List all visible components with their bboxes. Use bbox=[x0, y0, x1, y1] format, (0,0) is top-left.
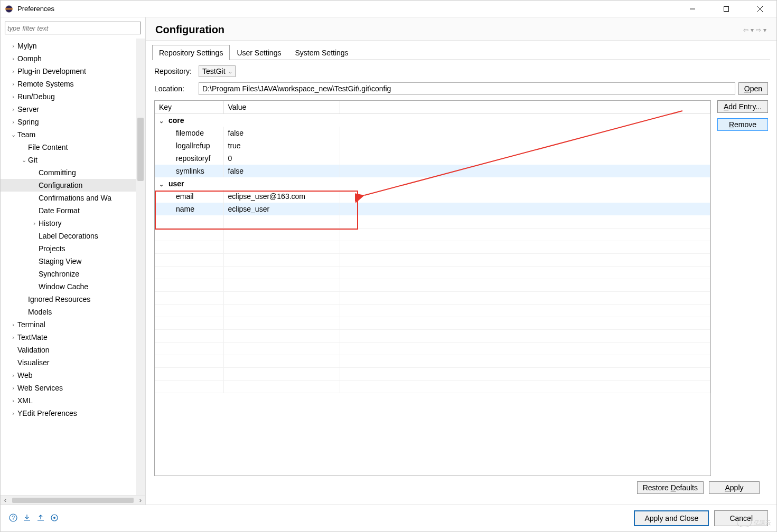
cell-spacer bbox=[340, 203, 710, 215]
svg-point-10 bbox=[53, 517, 55, 519]
tree-item-label: Label Decorations bbox=[39, 232, 98, 240]
oomph-icon[interactable] bbox=[50, 514, 59, 524]
table-group-core[interactable]: ⌄ core bbox=[155, 114, 710, 127]
tree-item-yedit-preferences[interactable]: ›YEdit Preferences bbox=[1, 407, 145, 420]
tree-item-oomph[interactable]: ›Oomph bbox=[1, 52, 145, 65]
tree-item-xml[interactable]: ›XML bbox=[1, 394, 145, 407]
import-icon[interactable] bbox=[23, 514, 31, 524]
chevron-right-icon: › bbox=[9, 321, 17, 328]
cloud-icon bbox=[737, 518, 752, 527]
table-header-row: Key Value bbox=[155, 101, 710, 114]
tree-item-label: Spring bbox=[17, 118, 39, 126]
tab-system-settings[interactable]: System Settings bbox=[288, 45, 355, 60]
tree-item-terminal[interactable]: ›Terminal bbox=[1, 318, 145, 331]
tab-repository-settings[interactable]: Repository Settings bbox=[152, 45, 230, 60]
tree-item-visualiser[interactable]: ›Visualiser bbox=[1, 356, 145, 369]
tree-item-label-decorations[interactable]: ›Label Decorations bbox=[1, 230, 145, 242]
watermark: 亿速云 bbox=[737, 518, 771, 527]
export-icon[interactable] bbox=[36, 514, 45, 524]
tree-item-staging-view[interactable]: ›Staging View bbox=[1, 255, 145, 268]
tree-item-label: Server bbox=[17, 105, 39, 113]
tree-item-label: Web Services bbox=[17, 384, 63, 392]
tree-item-projects[interactable]: ›Projects bbox=[1, 242, 145, 255]
tree-item-synchronize[interactable]: ›Synchronize bbox=[1, 268, 145, 280]
tree-item-window-cache[interactable]: ›Window Cache bbox=[1, 280, 145, 293]
chevron-right-icon: › bbox=[9, 93, 17, 100]
table-row[interactable]: symlinksfalse bbox=[155, 165, 710, 177]
tree-item-history[interactable]: ›History bbox=[1, 217, 145, 230]
tree-item-committing[interactable]: ›Committing bbox=[1, 166, 145, 179]
tree-item-label: Models bbox=[28, 308, 52, 316]
cell-key: email bbox=[155, 190, 223, 203]
tree-scrollbar-vertical[interactable] bbox=[136, 39, 145, 495]
cell-value: false bbox=[223, 165, 340, 177]
table-row-empty bbox=[155, 266, 710, 279]
table-row[interactable]: emaileclipse_user@163.com bbox=[155, 190, 710, 203]
apply-close-button[interactable]: Apply and Close bbox=[634, 510, 709, 526]
tree-item-models[interactable]: ›Models bbox=[1, 306, 145, 318]
tree-item-remote-systems[interactable]: ›Remote Systems bbox=[1, 78, 145, 90]
minimize-button[interactable] bbox=[680, 1, 705, 17]
chevron-right-icon: › bbox=[9, 106, 17, 112]
maximize-button[interactable] bbox=[714, 1, 738, 17]
tree-item-label: Validation bbox=[17, 346, 49, 354]
tree-item-label: Run/Debug bbox=[17, 92, 55, 101]
tree-item-validation[interactable]: ›Validation bbox=[1, 344, 145, 356]
tree-item-web[interactable]: ›Web bbox=[1, 369, 145, 382]
config-table[interactable]: Key Value ⌄ corefilemodefalselogallrefup… bbox=[154, 100, 711, 476]
table-row[interactable]: nameeclipse_user bbox=[155, 203, 710, 215]
table-row[interactable]: filemodefalse bbox=[155, 127, 710, 139]
window-title: Preferences bbox=[17, 5, 680, 13]
chevron-right-icon: › bbox=[30, 220, 39, 226]
footer: ? Apply and Close Cancel bbox=[1, 505, 776, 531]
preferences-tree-sidebar: ›Mylyn›Oomph›Plug-in Development›Remote … bbox=[1, 17, 146, 505]
table-row[interactable]: logallrefuptrue bbox=[155, 139, 710, 152]
table-header-value[interactable]: Value bbox=[223, 101, 340, 114]
tree-item-label: Team bbox=[17, 130, 35, 139]
table-row[interactable]: repositoryf0 bbox=[155, 152, 710, 165]
tree-item-label: Window Cache bbox=[39, 282, 88, 291]
tree-scrollbar-horizontal[interactable]: ‹ › bbox=[1, 495, 145, 505]
help-icon[interactable]: ? bbox=[9, 514, 17, 524]
tree-item-web-services[interactable]: ›Web Services bbox=[1, 382, 145, 394]
table-header-key[interactable]: Key bbox=[155, 101, 223, 114]
tree-item-mylyn[interactable]: ›Mylyn bbox=[1, 40, 145, 52]
tree-item-spring[interactable]: ›Spring bbox=[1, 116, 145, 128]
table-row-empty bbox=[155, 355, 710, 367]
table-row-empty bbox=[155, 228, 710, 241]
repository-row: Repository: TestGit ⌵ bbox=[154, 65, 768, 77]
close-button[interactable] bbox=[748, 1, 772, 17]
preferences-tree[interactable]: ›Mylyn›Oomph›Plug-in Development›Remote … bbox=[1, 39, 145, 495]
apply-button[interactable]: Apply bbox=[709, 481, 760, 494]
tree-item-date-format[interactable]: ›Date Format bbox=[1, 204, 145, 217]
forward-menu-icon[interactable]: ▾ bbox=[763, 26, 767, 34]
add-entry-button[interactable]: Add Entry... bbox=[717, 100, 768, 113]
scroll-right-icon[interactable]: › bbox=[136, 496, 145, 504]
tree-item-ignored-resources[interactable]: ›Ignored Resources bbox=[1, 293, 145, 306]
cell-value: 0 bbox=[223, 152, 340, 165]
tree-item-textmate[interactable]: ›TextMate bbox=[1, 331, 145, 344]
tree-item-configuration[interactable]: ›Configuration bbox=[1, 179, 145, 192]
tree-item-team[interactable]: ⌄Team bbox=[1, 128, 145, 141]
side-buttons: Add Entry... Remove bbox=[717, 100, 768, 476]
tree-item-label: TextMate bbox=[17, 333, 48, 341]
tree-item-server[interactable]: ›Server bbox=[1, 103, 145, 116]
tree-item-git[interactable]: ⌄Git bbox=[1, 154, 145, 166]
tree-item-run-debug[interactable]: ›Run/Debug bbox=[1, 90, 145, 103]
repository-select[interactable]: TestGit ⌵ bbox=[199, 65, 236, 77]
tree-item-confirmations-and-wa[interactable]: ›Confirmations and Wa bbox=[1, 192, 145, 204]
tree-item-file-content[interactable]: ›File Content bbox=[1, 141, 145, 154]
open-button[interactable]: Open bbox=[738, 82, 768, 95]
forward-icon[interactable]: ⇨ bbox=[755, 26, 762, 34]
filter-input[interactable] bbox=[5, 22, 141, 34]
tree-item-plug-in-development[interactable]: ›Plug-in Development bbox=[1, 65, 145, 78]
back-menu-icon[interactable]: ▾ bbox=[750, 26, 754, 34]
scroll-thumb[interactable] bbox=[12, 498, 134, 503]
restore-defaults-button[interactable]: Restore Defaults bbox=[637, 481, 704, 494]
remove-button[interactable]: Remove bbox=[717, 118, 768, 131]
tab-user-settings[interactable]: User Settings bbox=[230, 45, 288, 60]
scroll-left-icon[interactable]: ‹ bbox=[1, 496, 10, 504]
location-input[interactable] bbox=[199, 82, 735, 95]
table-group-user[interactable]: ⌄ user bbox=[155, 177, 710, 190]
back-icon[interactable]: ⇦ bbox=[743, 26, 749, 34]
